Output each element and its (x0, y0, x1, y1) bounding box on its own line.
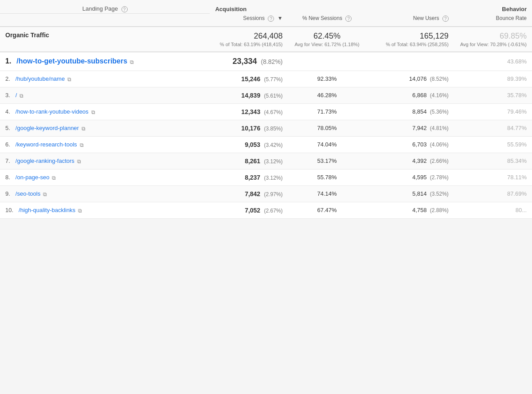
organic-new-sessions-sub: Avg for View: 61.72% (1.18%) (293, 42, 361, 47)
external-link-icon[interactable]: ⧉ (20, 93, 26, 99)
external-link-icon[interactable]: ⧉ (130, 59, 136, 65)
table-row: 3./⧉14,839 (5.61%)46.28%6,868 (4.16%)35.… (0, 87, 532, 103)
new-users-value: 5,814 (412, 190, 427, 197)
new-sessions-value: 78.05% (317, 125, 337, 131)
sessions-percent: (2.97%) (262, 191, 282, 197)
bounce-rate-col-header: Bounce Rate (454, 13, 532, 27)
bounce-cell: 55.59% (454, 136, 532, 153)
sessions-value: 12,343 (241, 108, 260, 115)
row-number: 6. (5, 141, 10, 148)
sessions-cell: 10,176 (3.85%) (210, 120, 288, 136)
sessions-sort-icon[interactable]: ▼ (278, 15, 283, 21)
page-link[interactable]: /hub/youtube/name (16, 75, 65, 82)
new-sessions-help-icon[interactable]: ? (345, 16, 352, 22)
acquisition-label: Acquisition (215, 6, 246, 12)
new-sessions-cell: 74.14% (288, 185, 366, 202)
sessions-cell: 7,842 (2.97%) (210, 185, 288, 202)
external-link-icon[interactable]: ⧉ (77, 158, 83, 165)
new-users-label: New Users (413, 15, 439, 21)
new-users-percent: (2.78%) (428, 174, 448, 181)
new-sessions-col-header: % New Sessions ? (288, 13, 366, 27)
new-users-help-icon[interactable]: ? (442, 16, 449, 22)
sessions-percent: (3.12%) (262, 175, 282, 181)
page-link[interactable]: /high-quality-backlinks (19, 207, 75, 213)
bounce-cell: 85.34% (454, 153, 532, 169)
page-link[interactable]: / (16, 92, 17, 98)
external-link-icon[interactable]: ⧉ (82, 126, 88, 132)
new-users-col-header: New Users ? (366, 13, 454, 27)
external-link-icon[interactable]: ⧉ (43, 191, 49, 197)
new-users-cell: 14,076 (8.52%) (366, 71, 454, 87)
bounce-cell: 35.78% (454, 87, 532, 103)
new-sessions-value: 71.73% (317, 108, 337, 115)
page-cell: 7./google-ranking-factors⧉ (0, 153, 210, 169)
new-users-cell: 8,854 (5.36%) (366, 103, 454, 120)
row-number: 1. (5, 57, 11, 65)
row-number: 8. (5, 174, 10, 181)
bounce-value: 80... (516, 207, 527, 213)
row-number: 5. (5, 125, 10, 131)
sessions-percent: (5.61%) (262, 93, 282, 99)
acquisition-group-header: Acquisition (210, 0, 454, 13)
external-link-icon[interactable]: ⧉ (80, 142, 86, 148)
bounce-cell: 84.77% (454, 120, 532, 136)
page-link[interactable]: /google-keyword-planner (16, 125, 79, 131)
external-link-icon[interactable]: ⧉ (91, 109, 98, 115)
organic-traffic-row: Organic Traffic 264,408 % of Total: 63.1… (0, 27, 532, 52)
bounce-cell: 43.68% (454, 52, 532, 71)
new-sessions-cell (288, 52, 366, 71)
table-row: 5./google-keyword-planner⧉10,176 (3.85%)… (0, 120, 532, 136)
sessions-cell: 9,053 (3.42%) (210, 136, 288, 153)
organic-new-users-value: 165,129 (372, 32, 449, 41)
organic-bounce-sub: Avg for View: 70.28% (-0.61%) (459, 42, 527, 47)
page-link[interactable]: /how-to-get-youtube-subscribers (16, 57, 127, 65)
row-number: 9. (5, 190, 10, 197)
sessions-cell: 12,343 (4.67%) (210, 103, 288, 120)
page-cell: 1./how-to-get-youtube-subscribers⧉ (0, 52, 210, 71)
new-sessions-cell: 92.33% (288, 71, 366, 87)
new-users-value: 6,868 (412, 92, 427, 98)
table-row: 4./how-to-rank-youtube-videos⧉12,343 (4.… (0, 103, 532, 120)
sessions-value: 9,053 (245, 141, 260, 148)
bounce-value: 84.77% (507, 125, 527, 131)
bounce-value: 85.34% (507, 158, 527, 164)
new-sessions-value: 74.14% (317, 190, 337, 197)
new-users-cell: 4,758 (2.88%) (366, 202, 454, 218)
bounce-value: 35.78% (507, 92, 527, 98)
landing-page-header: Landing Page ? (0, 0, 210, 13)
bounce-value: 78.11% (507, 174, 527, 181)
sessions-cell: 23,334 (8.82%) (210, 52, 288, 71)
page-link[interactable]: /seo-tools (16, 190, 40, 197)
bounce-value: 55.59% (507, 141, 527, 148)
page-link[interactable]: /google-ranking-factors (16, 158, 74, 164)
external-link-icon[interactable]: ⧉ (67, 76, 74, 83)
landing-page-help-icon[interactable]: ? (121, 6, 128, 12)
organic-new-sessions-value: 62.45% (293, 32, 361, 41)
bounce-value: 43.68% (507, 58, 527, 65)
new-sessions-value: 92.33% (317, 75, 337, 82)
page-link[interactable]: /how-to-rank-youtube-videos (16, 108, 89, 115)
new-sessions-cell: 53.17% (288, 153, 366, 169)
sessions-value: 8,261 (245, 158, 260, 165)
external-link-icon[interactable]: ⧉ (52, 175, 58, 181)
external-link-icon[interactable]: ⧉ (78, 208, 84, 214)
organic-traffic-label: Organic Traffic (5, 32, 49, 39)
page-link[interactable]: /on-page-seo (16, 174, 50, 181)
row-number: 7. (5, 158, 10, 164)
new-users-cell: 5,814 (3.52%) (366, 185, 454, 202)
row-number: 2. (5, 75, 10, 82)
bounce-cell: 78.11% (454, 169, 532, 185)
table-row: 1./how-to-get-youtube-subscribers⧉23,334… (0, 52, 532, 71)
page-cell: 3./⧉ (0, 87, 210, 103)
new-users-cell: 4,595 (2.78%) (366, 169, 454, 185)
bounce-cell: 89.39% (454, 71, 532, 87)
new-sessions-cell: 55.78% (288, 169, 366, 185)
table-row: 9./seo-tools⧉7,842 (2.97%)74.14%5,814 (3… (0, 185, 532, 202)
new-users-value: 4,392 (412, 158, 427, 164)
sessions-help-icon[interactable]: ? (268, 16, 274, 22)
page-link[interactable]: /keyword-research-tools (16, 141, 77, 148)
new-users-percent: (2.66%) (428, 158, 448, 164)
page-cell: 10./high-quality-backlinks⧉ (0, 202, 210, 218)
organic-bounce-cell: 69.85% Avg for View: 70.28% (-0.61%) (454, 27, 532, 52)
sessions-cell: 8,237 (3.12%) (210, 169, 288, 185)
